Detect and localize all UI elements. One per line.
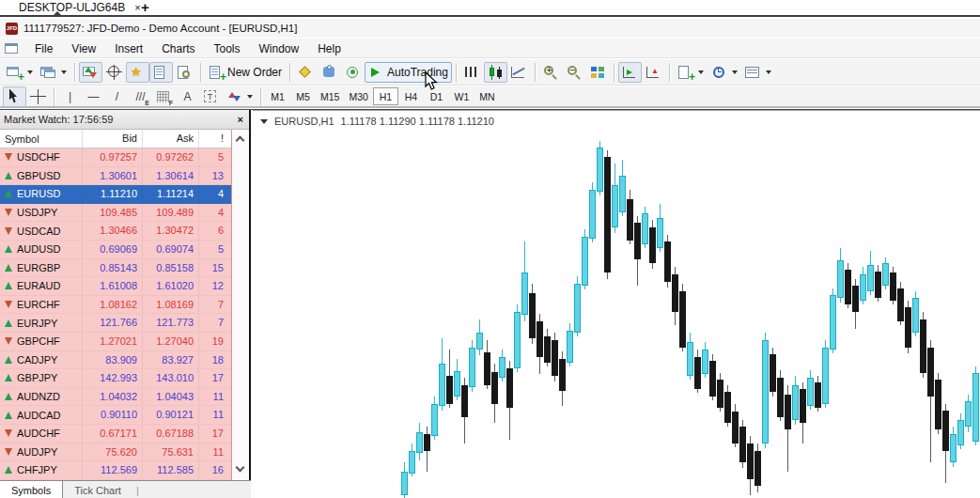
menu-view[interactable]: View	[62, 40, 105, 57]
line-chart-icon	[511, 65, 527, 80]
market-watch-toggle[interactable]	[79, 62, 102, 83]
table-row-audchf[interactable]: AUDCHF0.671710.6718817	[0, 425, 231, 444]
up-arrow-icon	[5, 190, 12, 197]
table-row-usdcad[interactable]: USDCAD1.304661.304726	[0, 222, 231, 241]
column-header-spread[interactable]: !	[199, 130, 229, 148]
timeframe-h1-button[interactable]: H1	[373, 87, 398, 105]
menu-file[interactable]: File	[25, 40, 62, 57]
table-row-eurgbp[interactable]: EURGBP0.851430.8515815	[0, 259, 231, 278]
table-row-usdchf[interactable]: USDCHF0.972570.972625	[0, 148, 231, 167]
new-order-button[interactable]: +New Order	[205, 62, 286, 83]
auto-scroll-toggle[interactable]	[618, 62, 642, 83]
new-chart-button[interactable]: +	[3, 62, 37, 83]
candle-body	[401, 472, 408, 495]
menu-window[interactable]: Window	[250, 40, 309, 57]
table-row-cadjpy[interactable]: CADJPY83.90983.92718	[0, 351, 231, 370]
tab-close-icon[interactable]: ×	[134, 2, 140, 13]
bar-chart-button[interactable]	[460, 62, 484, 83]
table-row-eurjpy[interactable]: EURJPY121.766121.7737	[0, 314, 231, 333]
zoom-in-button[interactable]: +	[539, 62, 563, 83]
profiles-button[interactable]	[37, 62, 70, 83]
column-header-symbol[interactable]: Symbol	[0, 130, 83, 148]
candlestick-chart-button[interactable]	[484, 62, 507, 83]
tab-tick-chart[interactable]: Tick Chart	[63, 481, 132, 498]
table-row-gbpusd[interactable]: GBPUSD1.306011.3061413	[0, 167, 231, 186]
signals-icon	[345, 65, 361, 80]
timeframe-d1-button[interactable]: D1	[424, 87, 449, 105]
indicators-button[interactable]: +	[674, 62, 708, 83]
dropdown-caret-icon[interactable]	[698, 70, 704, 74]
scroll-up-icon[interactable]	[236, 136, 245, 146]
tile-windows-button[interactable]	[586, 62, 610, 83]
navigator-toggle[interactable]: ★	[126, 62, 149, 83]
channel-tool[interactable]: ///E	[129, 86, 152, 107]
timeframe-mn-button[interactable]: MN	[474, 87, 500, 105]
market-button[interactable]	[318, 62, 341, 83]
up-arrow-icon	[5, 466, 12, 474]
strategy-tester-toggle[interactable]	[173, 62, 196, 83]
signals-button[interactable]	[341, 62, 365, 83]
fibonacci-tool[interactable]: F	[152, 86, 176, 107]
table-row-eurusd[interactable]: EURUSD1.112101.112144	[0, 185, 231, 204]
tab-symbols[interactable]: Symbols	[0, 481, 63, 498]
timeframe-m5-button[interactable]: M5	[290, 87, 316, 105]
scroll-down-icon[interactable]	[236, 463, 245, 473]
crosshair-tool[interactable]	[26, 86, 50, 107]
metaeditor-button[interactable]	[294, 62, 318, 83]
timeframe-m15-button[interactable]: M15	[316, 87, 344, 105]
candle-body	[439, 364, 445, 406]
timeframe-w1-button[interactable]: W1	[449, 87, 474, 105]
cursor-tool[interactable]	[3, 86, 26, 107]
table-row-gbpchf[interactable]: GBPCHF1.270211.2704019	[0, 333, 231, 351]
menu-charts[interactable]: Charts	[152, 40, 204, 57]
dropdown-caret-icon[interactable]	[766, 70, 771, 74]
candle-body	[770, 354, 776, 392]
dropdown-caret-icon[interactable]	[732, 70, 738, 74]
line-chart-button[interactable]	[507, 62, 531, 83]
table-row-audjpy[interactable]: AUDJPY75.62075.63111	[0, 444, 231, 462]
toolbar-separator	[200, 63, 201, 82]
label-tool[interactable]: T	[199, 86, 223, 107]
collapse-chevron-icon[interactable]	[260, 119, 268, 124]
data-window-toggle[interactable]	[102, 62, 126, 83]
vertical-line-tool[interactable]: |	[58, 86, 82, 107]
table-row-audusd[interactable]: AUDUSD0.690690.690745	[0, 241, 231, 259]
table-row-chfjpy[interactable]: CHFJPY112.569112.58516	[0, 461, 231, 480]
spread-value: 12	[199, 277, 229, 295]
dropdown-caret-icon[interactable]	[61, 70, 67, 74]
desktop-tab[interactable]: DESKTOP-ULJG64B ×	[11, 0, 148, 15]
table-row-euraud[interactable]: EURAUD1.610081.6102012	[0, 277, 231, 296]
menu-help[interactable]: Help	[308, 40, 350, 57]
table-row-gbpjpy[interactable]: GBPJPY142.993143.01017	[0, 369, 231, 388]
menu-tools[interactable]: Tools	[205, 40, 250, 57]
column-header-bid[interactable]: Bid	[83, 130, 143, 148]
market-watch-close-icon[interactable]: ×	[238, 114, 243, 125]
column-header-ask[interactable]: Ask	[143, 130, 199, 148]
table-row-eurchf[interactable]: EURCHF1.081621.081697	[0, 296, 231, 315]
templates-button[interactable]	[741, 62, 775, 83]
bid-value: 0.97257	[83, 148, 143, 166]
candle-body	[582, 237, 588, 286]
shapes-tool[interactable]	[223, 86, 257, 107]
zoom-out-button[interactable]: −	[563, 62, 586, 83]
periods-button[interactable]	[708, 62, 741, 83]
timeframe-h4-button[interactable]: H4	[398, 87, 424, 105]
timeframe-m1-button[interactable]: M1	[265, 87, 290, 105]
dropdown-caret-icon[interactable]	[27, 70, 33, 74]
table-row-usdjpy[interactable]: USDJPY109.485109.4894	[0, 204, 231, 223]
timeframe-m30-button[interactable]: M30	[344, 87, 372, 105]
new-tab-button[interactable]: +	[141, 0, 149, 15]
terminal-toggle[interactable]	[149, 62, 173, 83]
horizontal-line-tool[interactable]: —	[82, 86, 105, 107]
profiles-icon	[40, 65, 56, 80]
chart-shift-toggle[interactable]: ▲	[642, 62, 665, 83]
menu-insert[interactable]: Insert	[105, 40, 152, 57]
trendline-tool[interactable]: /	[105, 86, 129, 107]
market-watch-scrollbar[interactable]	[231, 130, 249, 480]
dropdown-caret-icon[interactable]	[247, 95, 253, 99]
candle-body	[424, 434, 430, 451]
table-row-audcad[interactable]: AUDCAD0.901100.9012111	[0, 406, 231, 425]
table-row-audnzd[interactable]: AUDNZD1.040321.0404311	[0, 388, 231, 407]
autotrading-button[interactable]: AutoTrading	[365, 62, 452, 83]
text-tool[interactable]: A	[176, 86, 199, 107]
